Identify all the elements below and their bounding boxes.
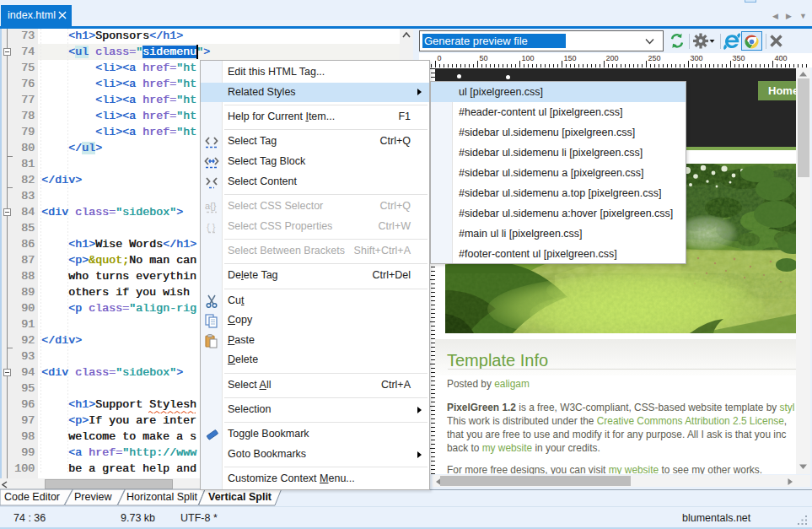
svg-text:a{}: a{} bbox=[205, 201, 217, 211]
svg-text:50: 50 bbox=[480, 54, 488, 62]
svg-text:350: 350 bbox=[733, 54, 745, 62]
svg-text:250: 250 bbox=[648, 54, 661, 62]
svg-text:150: 150 bbox=[564, 54, 577, 62]
svg-text:400: 400 bbox=[775, 54, 788, 62]
svg-text:300: 300 bbox=[691, 54, 703, 62]
svg-text:{ }: { } bbox=[207, 222, 216, 232]
svg-text:0: 0 bbox=[438, 54, 442, 62]
svg-text:200: 200 bbox=[606, 54, 619, 62]
svg-text:100: 100 bbox=[522, 54, 535, 62]
